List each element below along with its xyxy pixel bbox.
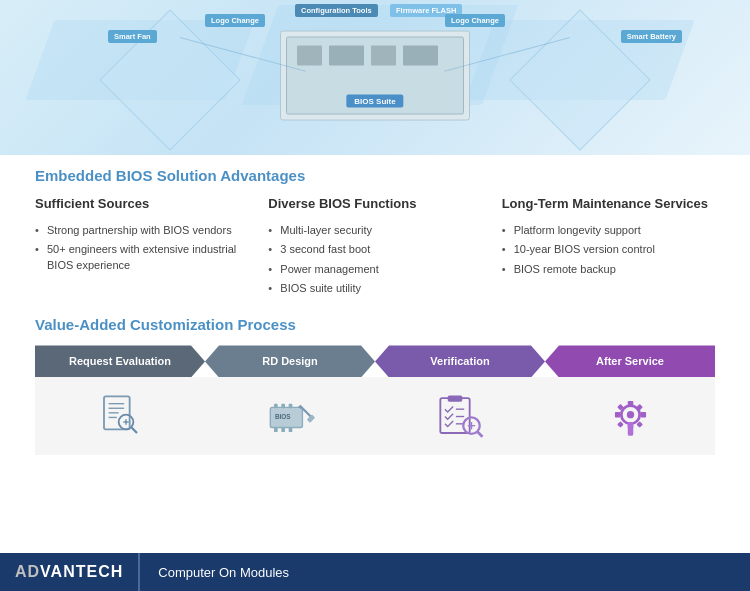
process-step-1: Request Evaluation: [35, 345, 205, 455]
smart-battery-label: Smart Battery: [621, 30, 682, 43]
list-item: BIOS suite utility: [268, 279, 481, 298]
svg-line-6: [131, 427, 137, 433]
step4-header: After Service: [545, 345, 715, 377]
svg-rect-33: [614, 412, 620, 418]
col3-title: Long-Term Maintenance Services: [502, 196, 715, 213]
svg-rect-39: [627, 422, 633, 436]
svg-rect-13: [274, 427, 278, 432]
list-item: Platform longevity support: [502, 221, 715, 240]
advantages-columns: Sufficient Sources Strong partnership wi…: [35, 196, 715, 298]
step3-icon: [433, 389, 488, 444]
svg-rect-11: [281, 404, 285, 409]
step3-body: [375, 377, 545, 455]
top-diagram: BIOS Suite Configuration Tools Firmware …: [0, 0, 750, 155]
list-item: 50+ engineers with extensive industrial …: [35, 240, 248, 275]
config-tools-label: Configuration Tools: [295, 4, 378, 17]
value-added-section: Value-Added Customization Process Reques…: [35, 316, 715, 455]
logo-change-left-label: Logo Change: [205, 14, 265, 27]
step2-label: RD Design: [262, 355, 318, 367]
list-item: Multi-layer security: [268, 221, 481, 240]
process-step-3: Verification: [375, 345, 545, 455]
col1-list: Strong partnership with BIOS vendors 50+…: [35, 221, 248, 275]
svg-rect-15: [288, 427, 292, 432]
section2-title: Value-Added Customization Process: [35, 316, 715, 333]
svg-rect-10: [274, 404, 278, 409]
step4-body: [545, 377, 715, 455]
step4-icon: [603, 389, 658, 444]
list-item: 10-year BIOS version control: [502, 240, 715, 259]
svg-rect-34: [640, 412, 646, 418]
svg-rect-20: [440, 398, 469, 433]
main-content: Embedded BIOS Solution Advantages Suffic…: [0, 155, 750, 465]
list-item: BIOS remote backup: [502, 260, 715, 279]
process-step-2: RD Design: [205, 345, 375, 455]
process-step-4: After Service: [545, 345, 715, 455]
step2-icon: BIOS: [263, 389, 318, 444]
list-item: Power management: [268, 260, 481, 279]
col-longterm: Long-Term Maintenance Services Platform …: [502, 196, 715, 298]
brand-ad: AD: [15, 563, 40, 580]
step1-icon: [93, 389, 148, 444]
col2-title: Diverse BIOS Functions: [268, 196, 481, 213]
step3-header: Verification: [375, 345, 545, 377]
svg-point-30: [626, 411, 633, 418]
brand-vantech: VANTECH: [40, 563, 123, 580]
footer: ADVANTECH Computer On Modules: [0, 553, 750, 591]
step3-label: Verification: [430, 355, 489, 367]
col-diverse-bios: Diverse BIOS Functions Multi-layer secur…: [268, 196, 481, 298]
svg-rect-14: [281, 427, 285, 432]
step1-label: Request Evaluation: [69, 355, 171, 367]
svg-rect-12: [288, 404, 292, 409]
step4-label: After Service: [596, 355, 664, 367]
section1-title: Embedded BIOS Solution Advantages: [35, 167, 715, 184]
svg-text:BIOS: BIOS: [274, 413, 290, 420]
logo-change-right-label: Logo Change: [445, 14, 505, 27]
footer-logo: ADVANTECH: [0, 553, 139, 591]
step1-body: [35, 377, 205, 455]
col1-title: Sufficient Sources: [35, 196, 248, 213]
step1-header: Request Evaluation: [35, 345, 205, 377]
svg-rect-21: [447, 395, 462, 401]
step2-header: RD Design: [205, 345, 375, 377]
svg-rect-37: [617, 421, 623, 427]
svg-line-26: [477, 431, 483, 437]
bios-suite-label: BIOS Suite: [346, 94, 403, 107]
footer-subtitle: Computer On Modules: [140, 565, 307, 580]
svg-rect-31: [627, 401, 633, 407]
footer-brand-text: ADVANTECH: [15, 563, 123, 581]
col-sufficient-sources: Sufficient Sources Strong partnership wi…: [35, 196, 248, 298]
col3-list: Platform longevity support 10-year BIOS …: [502, 221, 715, 279]
step2-body: BIOS: [205, 377, 375, 455]
list-item: 3 second fast boot: [268, 240, 481, 259]
svg-rect-19: [306, 414, 314, 422]
smart-fan-label: Smart Fan: [108, 30, 157, 43]
process-flow: Request Evaluation: [35, 345, 715, 455]
list-item: Strong partnership with BIOS vendors: [35, 221, 248, 240]
col2-list: Multi-layer security 3 second fast boot …: [268, 221, 481, 299]
